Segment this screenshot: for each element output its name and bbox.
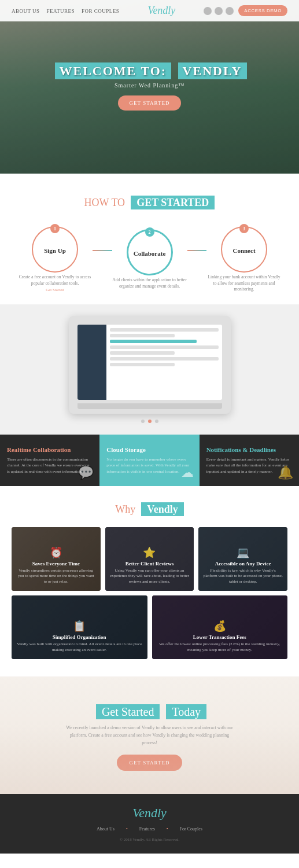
step-3-desc: Linking your bank account within Vendly … xyxy=(206,274,282,293)
clipboard-icon: 📋 xyxy=(16,620,143,632)
connector-1 xyxy=(93,250,112,251)
cloud-icon: ☁ xyxy=(181,465,194,480)
laptop-screen xyxy=(77,325,222,400)
laptop-row-3 xyxy=(110,340,197,343)
step-3-circle: 3 Connect xyxy=(221,226,267,273)
why-card-reviews: ⭐ Better Client Reviews Using Vendly you… xyxy=(105,527,194,591)
feature-cloud-desc: No longer do you have to remember where … xyxy=(106,457,192,475)
footer-features[interactable]: Features xyxy=(139,826,155,832)
footer-about[interactable]: About Us xyxy=(97,826,115,832)
twitter-icon[interactable] xyxy=(215,7,223,15)
step-2-num: 2 xyxy=(145,227,154,237)
why-card-1-title: Saves Everyone Time xyxy=(16,561,96,567)
laptop-row-5 xyxy=(110,351,175,355)
how-main-title: GET STARTED xyxy=(127,197,215,208)
gs-subtitle: We recently launched a demo version of V… xyxy=(63,724,237,746)
connector-2 xyxy=(187,250,207,251)
why-section: Why Vendly ⏰ Saves Everyone Time Vendly … xyxy=(0,486,299,676)
step-3: 3 Connect Linking your bank account with… xyxy=(206,226,282,293)
social-links xyxy=(204,7,234,15)
why-card-1-content: ⏰ Saves Everyone Time Vendly streamlines… xyxy=(16,546,96,585)
nav-logo[interactable]: Vendly xyxy=(147,5,175,17)
why-card-2-content: ⭐ Better Client Reviews Using Vendly you… xyxy=(110,546,190,585)
footer-dot-2: • xyxy=(167,826,168,832)
feature-cloud-title: Cloud Storage xyxy=(106,446,192,453)
laptop-row-6 xyxy=(110,357,219,361)
step-1: 1 Sign Up Create a free account on Vendl… xyxy=(17,226,93,292)
features-section: Realtime Collaboration There are often d… xyxy=(0,435,299,487)
step-3-num: 3 xyxy=(239,224,249,233)
step-1-desc: Create a free account on Vendly to acces… xyxy=(17,274,93,286)
laptop-row-4 xyxy=(110,345,219,349)
footer: Vendly About Us • Features • For Couples… xyxy=(0,794,299,854)
get-started-section: Get Started Today We recently launched a… xyxy=(0,676,299,794)
access-demo-button[interactable]: Access Demo xyxy=(238,5,287,16)
why-card-3-desc: Flexibility is key, which is why Vendly'… xyxy=(203,568,283,585)
step-2-desc: Add clients within the application to be… xyxy=(112,277,187,289)
why-card-time: ⏰ Saves Everyone Time Vendly streamlines… xyxy=(12,527,101,591)
laptop-base xyxy=(77,403,222,409)
footer-dot-1: • xyxy=(126,826,128,832)
why-title-container: Why Vendly xyxy=(12,503,287,516)
laptop-row-1 xyxy=(110,328,219,332)
facebook-icon[interactable] xyxy=(204,7,212,15)
why-cards-top: ⏰ Saves Everyone Time Vendly streamlines… xyxy=(12,527,287,591)
hero-pre-title: WELCOME TO: xyxy=(55,62,172,79)
dot-3[interactable] xyxy=(155,420,158,423)
why-card-2-title: Better Client Reviews xyxy=(110,561,190,567)
dot-2[interactable] xyxy=(148,420,152,423)
feature-notifications-title: Notifications & Deadlines xyxy=(206,446,292,453)
why-cards-bottom: 📋 Simplified Organization Vendly was bui… xyxy=(12,595,287,659)
nav-about[interactable]: About Us xyxy=(12,8,40,14)
chat-icon: 💬 xyxy=(78,465,94,480)
step-1-link[interactable]: Get Started xyxy=(46,288,64,292)
why-pre-title: Why xyxy=(115,503,135,515)
star-icon: ⭐ xyxy=(110,546,190,559)
why-card-5-desc: We offer the lowest online processing fe… xyxy=(157,642,283,653)
feature-cloud: Cloud Storage No longer do you have to r… xyxy=(99,435,199,487)
why-card-5-content: 💰 Lower Transaction Fees We offer the lo… xyxy=(157,620,283,653)
nav-links: About Us Features For Couples xyxy=(12,8,119,14)
why-card-4-desc: Vendly was built with organization in mi… xyxy=(16,642,143,653)
step-2: 2 Collaborate Add clients within the app… xyxy=(112,229,187,289)
feature-realtime-title: Realtime Collaboration xyxy=(7,446,93,453)
laptop-sidebar xyxy=(77,325,106,400)
hero-cta-button[interactable]: GET STARTED xyxy=(118,95,182,111)
feature-realtime: Realtime Collaboration There are often d… xyxy=(0,435,99,487)
laptop-row-7 xyxy=(110,363,175,366)
why-card-3-content: 💻 Accessible on Any Device Flexibility i… xyxy=(203,546,283,585)
gs-cta-button[interactable]: GET STARTED xyxy=(117,755,183,771)
gs-main-title: Today xyxy=(166,704,206,719)
dot-1[interactable] xyxy=(141,420,145,423)
footer-copyright: © 2018 Vendly. All Rights Reserved. xyxy=(12,837,287,842)
why-card-2-desc: Using Vendly you can offer your clients … xyxy=(110,568,190,585)
feature-notifications: Notifications & Deadlines Every detail i… xyxy=(200,435,299,487)
hero-brand: VENDLY xyxy=(178,62,247,79)
why-card-4-content: 📋 Simplified Organization Vendly was bui… xyxy=(16,620,143,653)
instagram-icon[interactable] xyxy=(226,7,234,15)
how-to-section: HOW TO GET STARTED 1 Sign Up Create a fr… xyxy=(0,174,299,304)
hero-content: WELCOME TO: VENDLY Smarter Wed Planning™… xyxy=(53,64,247,111)
footer-logo: Vendly xyxy=(12,806,287,821)
hero-subtitle: Smarter Wed Planning™ xyxy=(53,82,247,89)
laptop-main-area xyxy=(106,325,222,400)
step-3-title: Connect xyxy=(232,247,255,254)
laptop-section xyxy=(0,304,299,435)
nav-couples[interactable]: For Couples xyxy=(82,8,119,14)
hero-section: WELCOME TO: VENDLY Smarter Wed Planning™… xyxy=(0,0,299,174)
navigation: About Us Features For Couples Vendly Acc… xyxy=(0,0,299,21)
device-icon: 💻 xyxy=(203,546,283,559)
gs-pre-title: Get Started xyxy=(96,704,160,719)
footer-links: About Us • Features • For Couples xyxy=(12,826,287,832)
money-icon: 💰 xyxy=(157,620,283,632)
carousel-dots xyxy=(12,420,287,423)
footer-couples[interactable]: For Couples xyxy=(180,826,202,832)
hero-title: WELCOME TO: VENDLY xyxy=(53,64,247,79)
why-card-5-title: Lower Transaction Fees xyxy=(157,634,283,640)
gs-title: Get Started Today xyxy=(17,705,282,719)
step-2-circle: 2 Collaborate xyxy=(127,229,173,275)
why-card-4-title: Simplified Organization xyxy=(16,634,143,640)
step-1-circle: 1 Sign Up xyxy=(32,226,78,273)
time-icon: ⏰ xyxy=(16,546,96,559)
nav-features[interactable]: Features xyxy=(47,8,75,14)
